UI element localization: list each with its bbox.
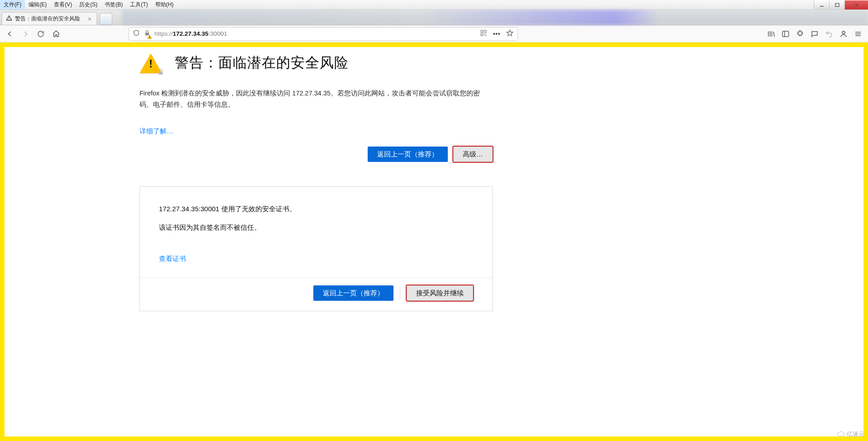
window-controls xyxy=(814,0,868,9)
menu-history[interactable]: 历史(S) xyxy=(76,0,101,9)
go-back-button-2[interactable]: 返回上一页（推荐） xyxy=(313,285,393,301)
menu-help[interactable]: 帮助(H) xyxy=(152,0,177,9)
menu-bar: 文件(F) 编辑(E) 查看(V) 历史(S) 书签(B) 工具(T) 帮助(H… xyxy=(0,0,868,10)
window-maximize-button[interactable] xyxy=(829,0,844,9)
go-back-button[interactable]: 返回上一页（推荐） xyxy=(368,147,448,162)
svg-rect-8 xyxy=(485,35,486,36)
svg-rect-5 xyxy=(484,30,487,33)
undo-icon[interactable] xyxy=(823,28,835,40)
url-text: https://172.27.34.35:30001 xyxy=(154,30,227,37)
svg-rect-7 xyxy=(484,33,485,34)
qr-icon[interactable] xyxy=(480,29,487,38)
browser-tab-active[interactable]: 警告：面临潜在的安全风险 × xyxy=(2,12,97,25)
svg-rect-4 xyxy=(481,30,483,33)
home-button[interactable] xyxy=(50,28,62,40)
watermark: 亿速云 xyxy=(837,430,864,438)
tab-close-button[interactable]: × xyxy=(87,16,92,22)
cert-error-line-2: 该证书因为其自签名而不被信任。 xyxy=(159,223,473,232)
tabstrip-blur-bg xyxy=(122,10,868,25)
menu-file[interactable]: 文件(F) xyxy=(0,0,25,9)
window-close-button[interactable] xyxy=(844,0,868,9)
page-title: 警告：面临潜在的安全风险 xyxy=(175,53,349,72)
extension-icon[interactable] xyxy=(794,28,806,40)
menu-tools[interactable]: 工具(T) xyxy=(126,0,151,9)
connection-insecure-icon[interactable] xyxy=(144,29,151,38)
sidebar-toggle-icon[interactable] xyxy=(779,28,792,40)
learn-more-link[interactable]: 详细了解… xyxy=(139,127,173,136)
page-highlight-frame: ! 警告：面临潜在的安全风险 Firefox 检测到潜在的安全威胁，因此没有继续… xyxy=(0,43,868,441)
svg-rect-6 xyxy=(481,33,483,36)
accept-risk-button[interactable]: 接受风险并继续 xyxy=(407,285,473,301)
reload-button[interactable] xyxy=(34,28,47,40)
chat-icon[interactable] xyxy=(808,28,821,40)
forward-button[interactable] xyxy=(19,28,32,40)
bookmark-star-icon[interactable] xyxy=(506,29,514,39)
svg-rect-11 xyxy=(159,71,163,75)
new-tab-button[interactable]: + xyxy=(100,13,112,25)
svg-rect-9 xyxy=(782,31,789,37)
page-actions-icon[interactable]: ••• xyxy=(493,30,500,38)
svg-rect-3 xyxy=(149,38,150,38)
url-bar[interactable]: https://172.27.34.35:30001 ••• xyxy=(129,27,518,41)
button-divider xyxy=(400,287,400,299)
certificate-details-panel: 172.27.34.35:30001 使用了无效的安全证书。 该证书因为其自签名… xyxy=(139,186,493,311)
svg-point-10 xyxy=(842,31,845,34)
cert-error-line-1: 172.27.34.35:30001 使用了无效的安全证书。 xyxy=(159,205,473,213)
menu-view[interactable]: 查看(V) xyxy=(50,0,76,9)
nav-toolbar: https://172.27.34.35:30001 ••• xyxy=(0,25,868,43)
warning-triangle-icon xyxy=(6,15,12,23)
warning-triangle-large-icon: ! xyxy=(139,53,163,76)
tab-strip: 警告：面临潜在的安全风险 × + xyxy=(0,10,868,25)
tab-title: 警告：面临潜在的安全风险 xyxy=(15,15,80,23)
menu-edit[interactable]: 编辑(E) xyxy=(25,0,50,9)
svg-rect-0 xyxy=(835,3,839,6)
tracking-protection-icon[interactable] xyxy=(133,29,140,38)
window-minimize-button[interactable] xyxy=(814,0,829,9)
warning-description: Firefox 检测到潜在的安全威胁，因此没有继续访问 172.27.34.35… xyxy=(139,88,488,110)
account-icon[interactable] xyxy=(837,28,850,40)
view-certificate-link[interactable]: 查看证书 xyxy=(159,255,186,263)
advanced-button[interactable]: 高级… xyxy=(453,147,493,162)
svg-rect-2 xyxy=(149,36,150,37)
error-page-content: ! 警告：面临潜在的安全风险 Firefox 检测到潜在的安全威胁，因此没有继续… xyxy=(139,53,493,311)
back-button[interactable] xyxy=(4,28,16,40)
menu-bookmarks[interactable]: 书签(B) xyxy=(101,0,126,9)
app-menu-icon[interactable] xyxy=(852,28,864,40)
library-icon[interactable] xyxy=(765,28,777,40)
lock-small-icon xyxy=(157,68,165,78)
